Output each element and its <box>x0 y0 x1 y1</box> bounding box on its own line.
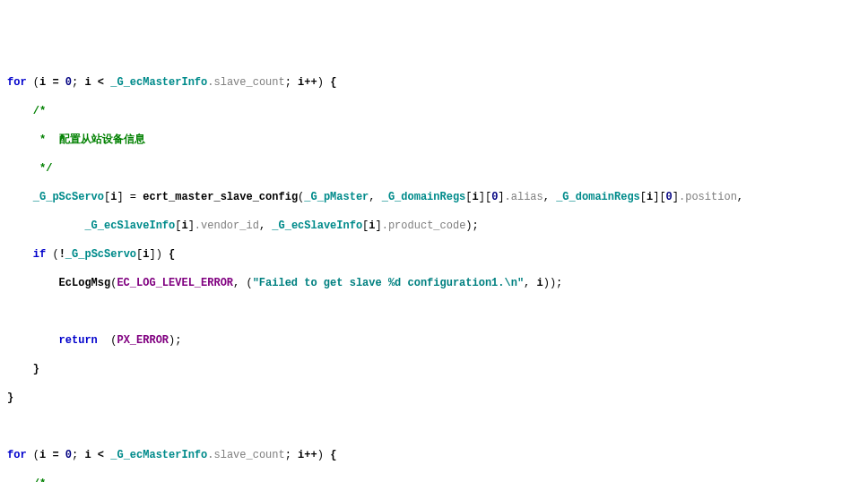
code-line: for (i = 0; i < _G_ecMasterInfo.slave_co… <box>7 75 861 90</box>
code-block: for (i = 0; i < _G_ecMasterInfo.slave_co… <box>7 61 861 482</box>
